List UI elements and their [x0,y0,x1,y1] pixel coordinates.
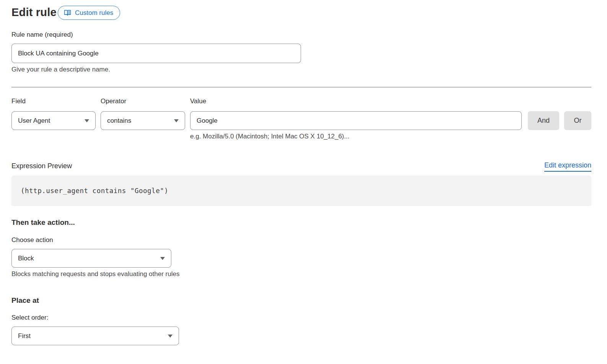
rule-name-label: Rule name (required) [11,31,73,39]
action-select-value: Block [18,255,34,262]
chevron-down-icon [160,257,165,260]
expression-preview-label: Expression Preview [11,162,72,170]
chevron-down-icon [174,119,179,122]
operator-label: Operator [101,98,126,105]
edit-expression-link[interactable]: Edit expression [544,161,591,172]
chevron-down-icon [168,335,172,338]
and-button[interactable]: And [528,111,559,130]
action-help: Blocks matching requests and stops evalu… [11,270,179,278]
operator-select[interactable]: contains [101,111,185,130]
page-title: Edit rule [11,6,57,19]
value-label: Value [190,98,206,105]
place-at-heading: Place at [11,296,39,305]
value-help: e.g. Mozilla/5.0 (Macintosh; Intel Mac O… [190,133,350,140]
section-divider [11,87,591,88]
or-button[interactable]: Or [564,111,591,130]
rule-name-help: Give your rule a descriptive name. [11,66,110,73]
then-take-action-heading: Then take action... [11,218,75,227]
choose-action-label: Choose action [11,236,53,244]
expression-code-block: (http.user_agent contains "Google") [11,176,591,206]
action-select[interactable]: Block [11,249,171,268]
value-input[interactable] [190,111,522,130]
expression-code: (http.user_agent contains "Google") [21,187,168,195]
custom-rules-button-label: Custom rules [75,9,113,17]
field-label: Field [11,98,26,105]
operator-select-value: contains [107,117,131,125]
book-icon [63,9,72,17]
field-select-value: User Agent [18,117,50,125]
order-select-value: First [18,332,31,340]
rule-name-input[interactable] [11,44,301,63]
select-order-label: Select order: [11,314,48,322]
chevron-down-icon [85,119,89,122]
order-select[interactable]: First [11,327,179,345]
field-select[interactable]: User Agent [11,111,96,130]
custom-rules-button[interactable]: Custom rules [58,6,120,20]
